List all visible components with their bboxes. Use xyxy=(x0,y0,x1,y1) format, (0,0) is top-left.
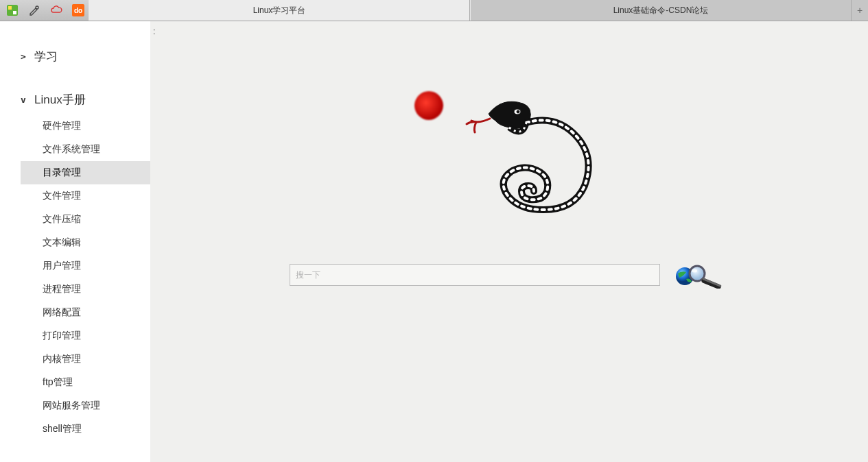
nav-item-network[interactable]: 网络配置 xyxy=(21,301,150,324)
search-row xyxy=(150,261,868,289)
nav-item-label: 网站服务管理 xyxy=(43,400,100,411)
nav-item-label: 文件系统管理 xyxy=(43,143,100,154)
red-dot-icon xyxy=(414,91,443,120)
nav-item-label: 网络配置 xyxy=(43,306,81,317)
nav-item-directory[interactable]: 目录管理 xyxy=(21,161,150,184)
sidebar[interactable]: > 学习 v Linux手册 硬件管理 文件系统管理 目录管理 文件管理 文件压… xyxy=(0,21,150,462)
browser-tabs: Linux学习平台 Linux基础命令-CSDN论坛 xyxy=(89,0,852,21)
svg-text:do: do xyxy=(74,7,82,14)
chevron-right-icon: > xyxy=(21,51,34,62)
nav-item-label: 目录管理 xyxy=(43,167,81,178)
nav-item-hardware[interactable]: 硬件管理 xyxy=(21,114,150,138)
chevron-down-icon: v xyxy=(21,95,34,105)
tab-linux-platform[interactable]: Linux学习平台 xyxy=(89,0,470,21)
search-input[interactable] xyxy=(290,264,660,286)
nav-item-compress[interactable]: 文件压缩 xyxy=(21,208,150,231)
app-icon[interactable] xyxy=(2,1,23,20)
nav-head-linux-manual[interactable]: v Linux手册 xyxy=(0,85,150,114)
nav-head-examples[interactable]: > 实例 xyxy=(0,454,150,462)
nav-item-text-edit[interactable]: 文本编辑 xyxy=(21,231,150,254)
svg-point-7 xyxy=(517,110,519,113)
nav-item-filesystem[interactable]: 文件系统管理 xyxy=(21,138,150,161)
nav-item-label: 进程管理 xyxy=(43,283,81,294)
nav-group-linux-manual: v Linux手册 硬件管理 文件系统管理 目录管理 文件管理 文件压缩 文本编… xyxy=(0,85,150,441)
globe-magnifier-icon xyxy=(671,261,729,289)
nav-item-user[interactable]: 用户管理 xyxy=(21,254,150,278)
edit-icon[interactable] xyxy=(24,1,45,20)
nav-title: 学习 xyxy=(34,49,58,64)
nav-item-label: shell管理 xyxy=(43,423,82,434)
nav-item-label: 文件管理 xyxy=(43,190,81,201)
nav-group-study: > 学习 xyxy=(0,42,150,71)
search-button[interactable] xyxy=(671,261,729,289)
tab-csdn-forum[interactable]: Linux基础命令-CSDN论坛 xyxy=(470,0,852,21)
svg-rect-1 xyxy=(8,6,12,10)
nav-title: Linux手册 xyxy=(34,92,86,108)
nav-item-shell[interactable]: shell管理 xyxy=(21,417,150,441)
nav-item-label: 打印管理 xyxy=(43,330,81,341)
nav-item-file[interactable]: 文件管理 xyxy=(21,184,150,208)
nav-item-label: ftp管理 xyxy=(43,376,73,387)
new-tab-button[interactable]: + xyxy=(852,0,868,21)
nav-item-process[interactable]: 进程管理 xyxy=(21,278,150,301)
logo-area xyxy=(150,90,868,220)
nav-item-label: 文本编辑 xyxy=(43,236,81,247)
nav-item-label: 硬件管理 xyxy=(43,120,81,131)
nav-item-label: 用户管理 xyxy=(43,260,81,271)
nav-item-label: 内核管理 xyxy=(43,353,81,364)
nav-group-examples: > 实例 xyxy=(0,454,150,462)
tab-label: Linux基础命令-CSDN论坛 xyxy=(613,5,709,16)
nav-item-kernel[interactable]: 内核管理 xyxy=(21,348,150,371)
nav-item-label: 文件压缩 xyxy=(43,213,81,224)
corner-marker: : xyxy=(153,27,155,36)
cloud-icon[interactable] xyxy=(46,1,67,20)
nav-head-study[interactable]: > 学习 xyxy=(0,42,150,71)
svg-point-10 xyxy=(692,269,697,273)
nav-item-website[interactable]: 网站服务管理 xyxy=(21,394,150,417)
nav-item-print[interactable]: 打印管理 xyxy=(21,324,150,348)
titlebar: do Linux学习平台 Linux基础命令-CSDN论坛 + xyxy=(0,0,868,21)
nav-item-ftp[interactable]: ftp管理 xyxy=(21,371,150,394)
sidebar-nav: > 学习 v Linux手册 硬件管理 文件系统管理 目录管理 文件管理 文件压… xyxy=(0,21,150,462)
titlebar-icons: do xyxy=(0,0,89,21)
svg-rect-2 xyxy=(13,11,16,14)
nav-children: 硬件管理 文件系统管理 目录管理 文件管理 文件压缩 文本编辑 用户管理 进程管… xyxy=(0,114,150,441)
workspace: > 学习 v Linux手册 硬件管理 文件系统管理 目录管理 文件管理 文件压… xyxy=(0,21,868,462)
svg-point-3 xyxy=(36,6,38,9)
snake-logo xyxy=(413,90,605,220)
tab-label: Linux学习平台 xyxy=(253,5,306,16)
do-icon[interactable]: do xyxy=(68,1,89,20)
main-content: : xyxy=(150,21,868,462)
